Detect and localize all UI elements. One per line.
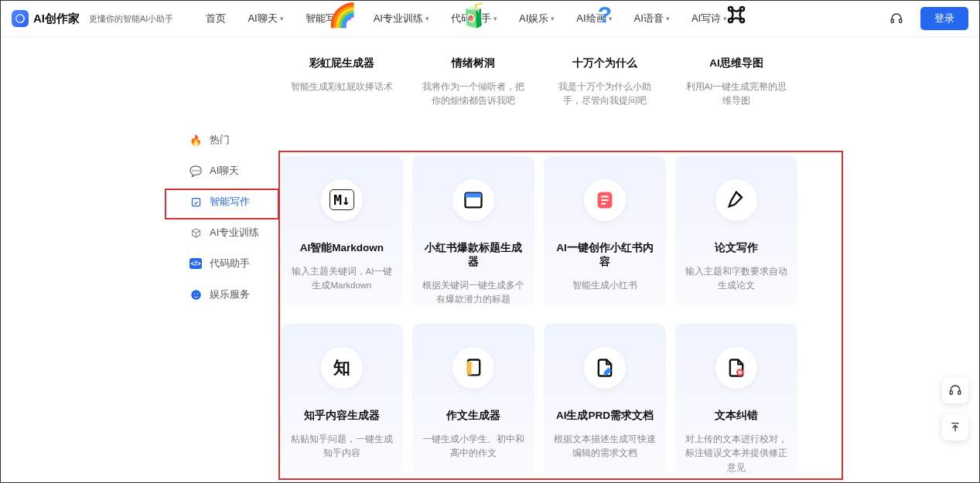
back-to-top-button[interactable] [942, 414, 968, 440]
flame-icon: 🔥 [190, 134, 202, 146]
card-title: 小红书爆款标题生成器 [422, 241, 525, 269]
sidebar-item-label: 代码助手 [210, 257, 250, 270]
card-row: 知 知乎内容生成器 粘贴知乎问题，一键生成知乎内容 作文生成器 一键生成小学生、… [281, 324, 839, 474]
nav-home[interactable]: 首页 [206, 12, 226, 26]
mindmap-icon [715, 0, 757, 33]
nav-label: 首页 [206, 12, 226, 26]
svg-point-4 [191, 290, 201, 300]
card-title: 十万个为什么 [553, 56, 657, 70]
card-xiaohongshu-content[interactable]: AI一键创作小红书内容 智能生成小红书 [544, 156, 666, 307]
card-text-correction[interactable]: 文本纠错 对上传的文本进行校对，标注错误文本并提供修正意见 [675, 324, 797, 474]
svg-rect-17 [950, 391, 952, 395]
edit-icon [190, 196, 202, 208]
card-rainbow-generator[interactable]: 🌈 彩虹屁生成器 智能生成彩虹屁吹捧话术 [281, 0, 403, 125]
nav-label: AI聊天 [248, 12, 277, 26]
smile-icon [190, 288, 202, 301]
cube-icon [190, 226, 202, 239]
card-desc: 我将作为一个倾听者，把你的烦恼都告诉我吧 [422, 80, 525, 108]
card-title: 论文写作 [685, 241, 788, 255]
sidebar: 🔥 热门 💬 AI聊天 智能写作 AI专业训练 </> 代码助手 娱乐服务 [179, 124, 279, 310]
question-icon: ? [584, 0, 626, 33]
logo[interactable]: AI创作家 [12, 10, 80, 27]
card-title: 彩虹屁生成器 [290, 56, 394, 70]
svg-rect-12 [466, 192, 482, 197]
card-thesis-writing[interactable]: 论文写作 输入主题和字数要求自动生成论文 [675, 156, 797, 307]
svg-rect-18 [958, 391, 961, 395]
card-title: AI智能Markdown [290, 241, 394, 255]
file-edit-icon [584, 347, 626, 389]
card-desc: 粘贴知乎问题，一键生成知乎内容 [290, 432, 394, 461]
topbar-right: 登录 [890, 7, 968, 30]
svg-rect-1 [891, 19, 893, 23]
svg-point-5 [193, 293, 195, 294]
card-desc: 智能生成彩虹屁吹捧话术 [290, 80, 394, 94]
svg-rect-3 [192, 198, 200, 206]
svg-point-10 [740, 19, 744, 22]
svg-rect-2 [900, 19, 902, 23]
document-icon [452, 347, 494, 389]
pen-icon [715, 179, 757, 221]
card-hundred-thousand-why[interactable]: ? 十万个为什么 我是十万个为什么小助手，尽管向我提问吧 [544, 0, 666, 125]
sidebar-item-ai-training[interactable]: AI专业训练 [179, 217, 279, 248]
card-row: M↓ AI智能Markdown 输入主题关键词，AI一键生成Markdown 小… [281, 156, 839, 307]
cup-icon: 🧃 [452, 0, 494, 33]
svg-point-7 [729, 7, 732, 11]
card-row: 🌈 彩虹屁生成器 智能生成彩虹屁吹捧话术 🧃 情绪树洞 我将作为一个倾听者，把你… [281, 0, 839, 125]
svg-rect-15 [467, 362, 472, 376]
card-desc: 对上传的文本进行校对，标注错误文本并提供修正意见 [685, 432, 788, 474]
sidebar-item-entertainment[interactable]: 娱乐服务 [179, 279, 279, 310]
sidebar-item-ai-chat[interactable]: 💬 AI聊天 [179, 155, 279, 186]
card-title: AI生成PRD需求文档 [553, 409, 657, 423]
brand-tagline: 更懂你的智能AI小助手 [89, 13, 173, 25]
sidebar-item-hot[interactable]: 🔥 热门 [179, 124, 279, 155]
headset-icon[interactable] [890, 12, 903, 26]
card-title: AI一键创作小红书内容 [553, 241, 657, 269]
card-desc: 输入主题关键词，AI一键生成Markdown [290, 264, 394, 293]
note-icon [584, 179, 626, 221]
card-title: 文本纠错 [685, 409, 788, 423]
svg-point-6 [196, 293, 198, 294]
logo-icon [12, 10, 29, 27]
svg-point-9 [729, 19, 732, 22]
card-title: 知乎内容生成器 [290, 409, 394, 423]
card-ai-markdown[interactable]: M↓ AI智能Markdown 输入主题关键词，AI一键生成Markdown [281, 156, 403, 307]
card-title: AI思维导图 [685, 56, 788, 70]
sidebar-item-label: AI专业训练 [210, 226, 259, 240]
login-button[interactable]: 登录 [920, 7, 968, 30]
sidebar-item-label: AI聊天 [210, 164, 239, 178]
sidebar-item-label: 热门 [210, 133, 230, 147]
icon-glyph: ? [598, 2, 612, 28]
sidebar-item-label: 娱乐服务 [210, 287, 250, 301]
markdown-icon: M↓ [321, 179, 363, 221]
sidebar-item-smart-writing[interactable]: 智能写作 [179, 186, 279, 217]
brand-name: AI创作家 [33, 12, 80, 26]
card-desc: 利用AI一键生成完整的思维导图 [685, 80, 788, 108]
icon-glyph: 知 [333, 356, 350, 379]
card-xiaohongshu-title-generator[interactable]: 小红书爆款标题生成器 根据关键词一键生成多个有爆款潜力的标题 [412, 156, 534, 307]
card-desc: 智能生成小红书 [553, 278, 657, 292]
card-prd-generator[interactable]: AI生成PRD需求文档 根据文本描述生成可快速编辑的需求文档 [544, 324, 666, 474]
content-grid: 🌈 彩虹屁生成器 智能生成彩虹屁吹捧话术 🧃 情绪树洞 我将作为一个倾听者，把你… [281, 1, 839, 483]
card-title: 情绪树洞 [422, 56, 525, 70]
nav-ai-chat[interactable]: AI聊天▾ [248, 12, 283, 26]
window-icon [452, 179, 494, 221]
card-desc: 根据文本描述生成可快速编辑的需求文档 [553, 432, 657, 461]
card-ai-mindmap[interactable]: AI思维导图 利用AI一键生成完整的思维导图 [675, 0, 797, 125]
card-desc: 根据关键词一键生成多个有爆款潜力的标题 [422, 278, 525, 307]
rainbow-icon: 🌈 [321, 0, 363, 33]
code-icon: </> [190, 258, 202, 269]
file-error-icon [715, 347, 757, 389]
support-button[interactable] [942, 377, 968, 403]
icon-glyph: M↓ [330, 189, 354, 210]
icon-glyph: 🌈 [328, 2, 357, 29]
floating-actions [942, 377, 968, 440]
card-title: 作文生成器 [422, 409, 525, 423]
card-desc: 一键生成小学生、初中和高中的作文 [422, 432, 525, 461]
card-desc: 输入主题和字数要求自动生成论文 [685, 264, 788, 293]
sidebar-item-code-helper[interactable]: </> 代码助手 [179, 248, 279, 279]
icon-glyph: 🧃 [459, 2, 488, 29]
card-emotion-tree[interactable]: 🧃 情绪树洞 我将作为一个倾听者，把你的烦恼都告诉我吧 [412, 0, 534, 125]
card-zhihu-generator[interactable]: 知 知乎内容生成器 粘贴知乎问题，一键生成知乎内容 [281, 324, 403, 474]
card-essay-generator[interactable]: 作文生成器 一键生成小学生、初中和高中的作文 [412, 324, 534, 474]
zhihu-icon: 知 [321, 347, 363, 389]
